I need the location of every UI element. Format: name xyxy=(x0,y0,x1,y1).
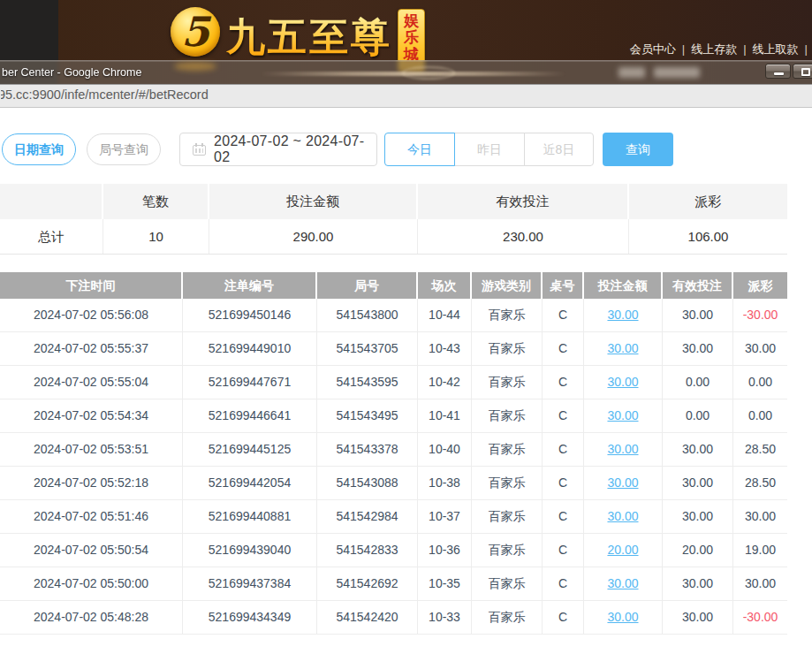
table-row: 2024-07-02 05:50:54 521699439040 5415428… xyxy=(0,534,787,567)
cell-valid-bet: 30.00 xyxy=(663,467,733,499)
maximize-icon xyxy=(801,68,810,76)
summary-header-bet-amount: 投注金额 xyxy=(209,184,418,219)
cell-table-number: C xyxy=(543,500,584,533)
bet-amount-link[interactable]: 30.00 xyxy=(607,576,638,590)
window-title: ber Center - Google Chrome xyxy=(2,61,141,84)
summary-total-label: 总计 xyxy=(0,219,103,254)
top-nav: 会员中心|线上存款|线上取款| xyxy=(626,42,810,57)
bet-amount-link[interactable]: 30.00 xyxy=(607,610,638,624)
cell-session: 10-40 xyxy=(418,433,472,466)
minimize-button[interactable] xyxy=(765,64,791,79)
nav-link-deposit[interactable]: 线上存款 xyxy=(691,42,737,56)
nav-link-member-center[interactable]: 会员中心 xyxy=(630,42,676,56)
cell-session: 10-43 xyxy=(418,332,472,365)
cell-bet-number: 521699434349 xyxy=(183,601,317,634)
bet-amount-link[interactable]: 30.00 xyxy=(607,442,638,456)
cell-table-number: C xyxy=(543,534,584,567)
cell-payout: 19.00 xyxy=(733,534,787,567)
cell-session: 10-42 xyxy=(418,366,472,399)
brand-badge-text: 娱乐城 xyxy=(403,12,421,63)
cell-bet-time: 2024-07-02 05:50:00 xyxy=(0,567,183,600)
cell-session: 10-35 xyxy=(418,567,472,600)
col-header-session: 场次 xyxy=(418,272,472,299)
cell-game-type: 百家乐 xyxy=(472,399,543,432)
cell-bet-amount: 30.00 xyxy=(584,399,663,432)
table-row: 2024-07-02 05:51:46 521699440881 5415429… xyxy=(0,500,787,534)
cell-round-number: 541543495 xyxy=(317,399,418,432)
col-header-valid-bet: 有效投注 xyxy=(663,272,733,299)
cell-valid-bet: 30.00 xyxy=(663,500,733,533)
table-row: 2024-07-02 05:55:37 521699449010 5415437… xyxy=(0,332,787,366)
cell-bet-time: 2024-07-02 05:52:18 xyxy=(0,467,183,499)
cell-game-type: 百家乐 xyxy=(472,467,543,499)
summary-header-blank xyxy=(0,184,103,219)
cell-bet-number: 521699439040 xyxy=(183,534,317,567)
round-query-button[interactable]: 局号查询 xyxy=(87,133,161,165)
table-row: 2024-07-02 05:52:18 521699442054 5415430… xyxy=(0,467,787,500)
cell-game-type: 百家乐 xyxy=(472,500,543,533)
summary-valid-bet-value: 230.00 xyxy=(418,219,629,254)
cell-bet-amount: 30.00 xyxy=(584,299,663,331)
cell-round-number: 541542984 xyxy=(317,500,418,533)
cell-round-number: 541542692 xyxy=(317,567,418,600)
blurred-user-info xyxy=(654,67,700,78)
date-range-input[interactable]: 2024-07-02 ~ 2024-07-02 xyxy=(179,133,377,166)
cell-bet-time: 2024-07-02 05:54:34 xyxy=(0,399,183,432)
cell-valid-bet: 30.00 xyxy=(663,567,733,600)
cell-table-number: C xyxy=(543,299,584,331)
url-text[interactable]: 95.cc:9900/infe/mcenter/#/betRecord xyxy=(1,84,209,106)
table-row: 2024-07-02 05:54:34 521699446641 5415434… xyxy=(0,399,787,433)
nav-separator: | xyxy=(743,42,746,56)
cell-bet-number: 521699449010 xyxy=(183,332,317,365)
cell-bet-number: 521699446641 xyxy=(183,399,317,432)
url-value: 5.cc:9900/infe/mcenter/#/betRecord xyxy=(5,87,209,102)
table-row: 2024-07-02 05:55:04 521699447671 5415435… xyxy=(0,366,787,399)
col-header-round-number: 局号 xyxy=(317,272,418,299)
cell-bet-amount: 20.00 xyxy=(584,534,663,567)
maximize-button[interactable] xyxy=(793,64,812,79)
browser-urlbar[interactable]: 95.cc:9900/infe/mcenter/#/betRecord xyxy=(0,84,812,108)
cell-round-number: 541542833 xyxy=(317,534,418,567)
cell-bet-time: 2024-07-02 05:56:08 xyxy=(0,299,183,331)
cell-bet-amount: 30.00 xyxy=(584,601,663,634)
cell-session: 10-41 xyxy=(418,399,472,432)
cell-round-number: 541543378 xyxy=(317,433,418,466)
quick-filter-last8days[interactable]: 近8日 xyxy=(524,133,594,166)
bet-amount-link[interactable]: 30.00 xyxy=(607,308,638,322)
cell-bet-time: 2024-07-02 05:48:28 xyxy=(0,601,183,634)
cell-session: 10-36 xyxy=(418,534,472,567)
bet-table-header: 下注时间 注单编号 局号 场次 游戏类别 桌号 投注金额 有效投注 派彩 xyxy=(0,272,787,299)
bet-amount-link[interactable]: 30.00 xyxy=(607,475,638,490)
brand-logo-icon: 5 xyxy=(171,7,220,57)
bet-amount-link[interactable]: 30.00 xyxy=(607,408,638,422)
col-header-bet-time: 下注时间 xyxy=(0,272,183,299)
nav-link-withdraw[interactable]: 线上取款 xyxy=(753,42,799,56)
cell-session: 10-38 xyxy=(418,467,472,499)
cell-payout: 0.00 xyxy=(733,366,787,399)
cell-bet-number: 521699442054 xyxy=(183,467,317,499)
cell-valid-bet: 30.00 xyxy=(663,433,733,466)
cell-bet-amount: 30.00 xyxy=(584,332,663,365)
date-query-button[interactable]: 日期查询 xyxy=(2,133,76,165)
summary-total-row: 总计 10 290.00 230.00 106.00 xyxy=(0,219,787,255)
quick-filter-yesterday[interactable]: 昨日 xyxy=(454,133,525,166)
bet-record-page: 日期查询 局号查询 2024-07-02 ~ 2024-07-02 今日 昨日 … xyxy=(0,108,812,654)
cell-round-number: 541543595 xyxy=(317,366,418,399)
cell-payout: -30.00 xyxy=(733,299,787,331)
bet-amount-link[interactable]: 20.00 xyxy=(607,543,638,557)
quick-filter-today[interactable]: 今日 xyxy=(384,133,455,166)
summary-count-value: 10 xyxy=(103,219,209,254)
cell-bet-time: 2024-07-02 05:55:37 xyxy=(0,332,183,365)
bet-amount-link[interactable]: 30.00 xyxy=(607,341,638,355)
cell-valid-bet: 30.00 xyxy=(663,299,733,331)
search-button[interactable]: 查询 xyxy=(603,133,673,166)
calendar-icon xyxy=(193,143,206,156)
minimize-icon xyxy=(774,72,784,75)
cell-round-number: 541543800 xyxy=(317,299,418,331)
bet-amount-link[interactable]: 30.00 xyxy=(607,375,638,389)
summary-table: 笔数 投注金额 有效投注 派彩 总计 10 290.00 230.00 106.… xyxy=(0,184,787,255)
cell-round-number: 541543705 xyxy=(317,332,418,365)
bet-amount-link[interactable]: 30.00 xyxy=(607,509,638,523)
cell-game-type: 百家乐 xyxy=(472,332,543,365)
filter-toolbar: 日期查询 局号查询 2024-07-02 ~ 2024-07-02 今日 昨日 … xyxy=(0,133,812,168)
